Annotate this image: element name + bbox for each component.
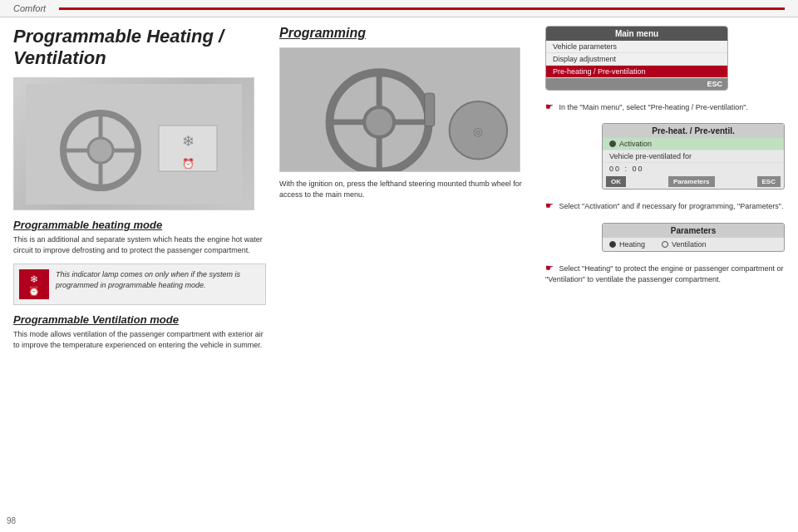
main-menu-panel-wrapper: Main menu Vehicle parameters Display adj… <box>545 26 785 91</box>
main-menu-panel: Main menu Vehicle parameters Display adj… <box>545 26 728 91</box>
main-menu-block: Main menu Vehicle parameters Display adj… <box>545 26 785 91</box>
instruction-3-text: Select "Heating" to protect the engine o… <box>545 264 784 283</box>
svg-text:❄: ❄ <box>30 273 38 285</box>
heating-radio <box>609 241 616 248</box>
indicator-icon: ❄ ⏰ <box>19 269 49 299</box>
instruction-2: ☛ Select "Activation" and if necessary f… <box>545 196 785 215</box>
instruction-3: ☛ Select "Heating" to protect the engine… <box>545 259 785 288</box>
svg-point-15 <box>364 107 394 137</box>
activation-row[interactable]: Activation <box>603 138 784 150</box>
page-number: 98 <box>7 516 16 525</box>
svg-rect-20 <box>425 93 435 126</box>
params-options-row: Heating Ventilation <box>603 238 784 251</box>
svg-text:⏰: ⏰ <box>28 285 40 297</box>
page-content: Programmable Heating / Ventilation ❄ <box>0 17 798 528</box>
ventilation-mode-heading: Programmable Ventilation mode <box>13 313 266 326</box>
main-menu-title: Main menu <box>546 27 727 41</box>
accent-line <box>59 7 785 10</box>
activation-label: Activation <box>619 140 652 148</box>
indicator-box: ❄ ⏰ This indicator lamp comes on only wh… <box>13 264 266 305</box>
heating-option[interactable]: Heating <box>609 240 645 249</box>
svg-text:❄: ❄ <box>182 133 195 150</box>
ignition-dashboard-svg: ◎ <box>280 47 520 172</box>
heating-mode-heading: Programmable heating mode <box>13 219 266 231</box>
preheat-panel: Pre-heat. / Pre-ventil. Activation Vehic… <box>602 123 785 190</box>
vehicle-preventilated-text: Vehicle pre-ventilated for <box>609 152 692 160</box>
params-panel: Parameters Heating Ventilation <box>602 223 785 252</box>
parameters-button[interactable]: Parameters <box>668 176 715 187</box>
instruction-1: ☛ In the "Main menu", select "Pre-heatin… <box>545 97 785 116</box>
vehicle-preventilated-row: Vehicle pre-ventilated for <box>603 150 784 163</box>
car-image: ❄ ⏰ <box>13 77 254 210</box>
snowflake-clock-icon: ❄ ⏰ <box>21 271 47 298</box>
ventilation-option[interactable]: Ventilation <box>662 240 707 249</box>
menu-item-preheating[interactable]: Pre-heating / Pre-ventilation <box>546 66 727 78</box>
top-bar: Comfort <box>0 0 798 17</box>
middle-column: Programming ◎ With the ignition on, pres… <box>279 26 545 520</box>
svg-text:◎: ◎ <box>473 125 483 138</box>
ignition-image: ◎ <box>279 47 520 172</box>
right-column: Main menu Vehicle parameters Display adj… <box>545 26 785 520</box>
ventilation-radio <box>662 241 668 248</box>
car-image-placeholder: ❄ ⏰ <box>14 78 254 209</box>
arrow-icon-1: ☛ <box>545 101 554 111</box>
ok-button[interactable]: OK <box>606 176 626 187</box>
preheat-title: Pre-heat. / Pre-ventil. <box>603 124 784 138</box>
activation-dot <box>609 140 616 147</box>
heating-mode-body: This is an additional and separate syste… <box>13 234 266 255</box>
params-title: Parameters <box>603 224 784 238</box>
instruction-2-text: Select "Activation" and if necessary for… <box>559 202 784 210</box>
menu-item-display-adj[interactable]: Display adjustment <box>546 53 727 66</box>
heating-label: Heating <box>619 240 645 249</box>
preheat-time-display: 00 : 00 <box>603 163 784 175</box>
arrow-icon-2: ☛ <box>545 200 554 210</box>
main-menu-esc[interactable]: ESC <box>546 78 727 90</box>
car-dashboard-svg: ❄ ⏰ <box>26 84 242 204</box>
programming-heading: Programming <box>279 26 532 41</box>
programming-description: With the ignition on, press the lefthand… <box>279 179 532 200</box>
menu-item-vehicle-params[interactable]: Vehicle parameters <box>546 41 727 53</box>
esc-button[interactable]: ESC <box>757 176 781 187</box>
ventilation-label: Ventilation <box>672 240 707 249</box>
left-column: Programmable Heating / Ventilation ❄ <box>13 26 279 520</box>
section-label: Comfort <box>13 3 46 13</box>
svg-text:⏰: ⏰ <box>182 157 195 170</box>
preheat-buttons-row: OK Parameters ESC <box>603 175 784 189</box>
svg-point-2 <box>88 138 113 163</box>
ventilation-mode-body: This mode allows ventilation of the pass… <box>13 329 266 350</box>
indicator-text: This indicator lamp comes on only when i… <box>56 269 260 290</box>
page-title: Programmable Heating / Ventilation <box>13 26 266 69</box>
arrow-icon-3: ☛ <box>545 263 554 273</box>
instruction-1-text: In the "Main menu", select "Pre-heating … <box>559 103 748 111</box>
